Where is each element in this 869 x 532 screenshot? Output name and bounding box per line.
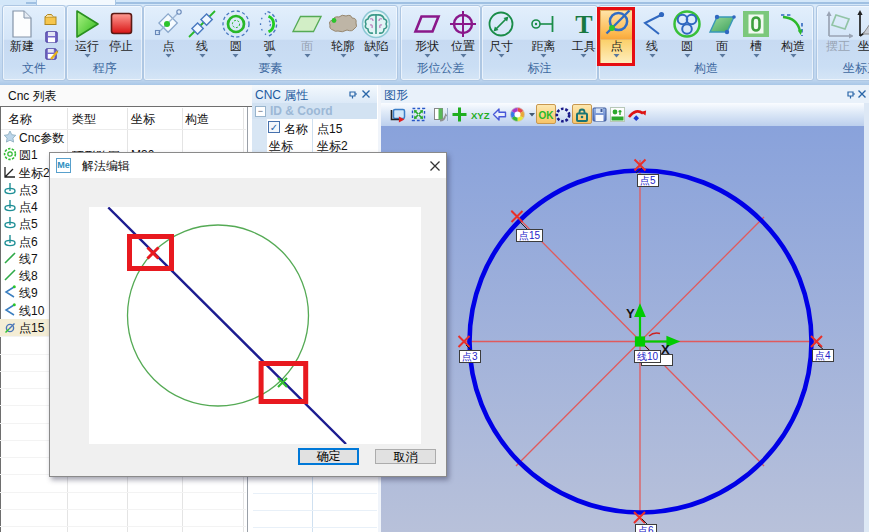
svg-text:T: T — [575, 11, 592, 37]
svg-text:OK: OK — [539, 110, 555, 121]
svg-text:Y: Y — [626, 306, 635, 321]
svg-text:XYZ: XYZ — [471, 109, 490, 120]
